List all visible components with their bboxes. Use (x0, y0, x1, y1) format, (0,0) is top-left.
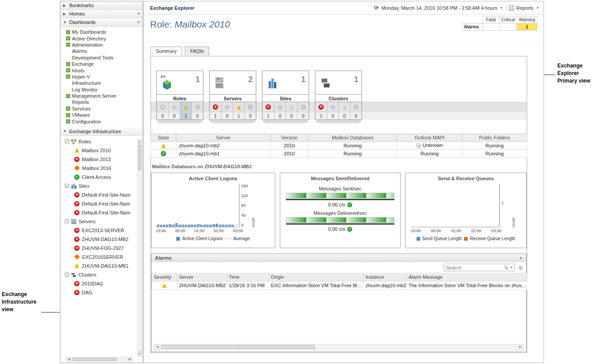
sites-warning-cell[interactable]: 0 (286, 102, 297, 119)
servers-normal-cell[interactable]: 0 (244, 102, 256, 119)
col-state[interactable]: State (151, 134, 176, 142)
roles-critical-cell[interactable]: 0 (168, 102, 180, 119)
clusters-critical-cell[interactable]: 0 (327, 102, 338, 119)
tree-item-site-3[interactable]: Default-First-Site-Nam (60, 208, 143, 217)
col-server[interactable]: Server (177, 273, 227, 281)
servers-fatal-cell[interactable]: 1 (210, 102, 221, 119)
expand-plus-icon[interactable]: + (66, 113, 70, 117)
expand-plus-icon[interactable]: + (66, 62, 70, 66)
col-server[interactable]: Server (176, 134, 270, 142)
sidebar-item-active-directory[interactable]: +Active Directory (60, 35, 143, 41)
tree-group-servers[interactable]: − Servers (60, 217, 143, 226)
sidebar-vertical-scrollbar[interactable]: ▲ ▼ (137, 139, 142, 356)
sidebar-item-infrastructure[interactable]: Infrastructure (60, 80, 143, 86)
sidebar-item-alarms[interactable]: Alarms (60, 48, 143, 54)
tree-item-2010dag[interactable]: 2010DAG (60, 279, 143, 288)
reports-caret-icon[interactable]: ▼ (536, 6, 539, 9)
column-options-icon[interactable]: ≣ (518, 265, 523, 271)
fatal-count[interactable] (482, 24, 499, 31)
expand-plus-icon[interactable]: + (66, 75, 70, 79)
tree-item-exc2016server[interactable]: EXC2016SERVER (60, 253, 143, 261)
scroll-right-icon[interactable]: ▶ (127, 357, 132, 361)
col-public-folders[interactable]: Public Folders (462, 134, 527, 142)
sidebar-section-homes[interactable]: ▶ Homes (60, 10, 143, 18)
tree-item-zhuvm-dag10-mb2[interactable]: ZHUVM-DAG10-MB2 (60, 235, 143, 244)
expand-plus-icon[interactable]: + (66, 119, 70, 123)
scrollbar-thumb[interactable] (138, 145, 141, 170)
tree-group-roles[interactable]: − Roles (60, 137, 143, 146)
tree-item-mailbox-2016[interactable]: Mailbox 2016 (60, 164, 143, 173)
col-severity[interactable]: Severity (152, 273, 177, 281)
warning-count[interactable]: 1 (517, 24, 537, 31)
col-time[interactable]: Time (227, 273, 269, 281)
col-alarm-message[interactable]: Alarm Message (407, 273, 527, 281)
sidebar-item-log-monitor[interactable]: Log Monitor (60, 87, 143, 93)
col-mailbox-databases[interactable]: Mailbox Databases (308, 134, 397, 142)
roles-normal-cell[interactable]: 0 (191, 102, 203, 119)
roles-fatal-cell[interactable]: 0 (157, 102, 168, 119)
filter-icon[interactable] (137, 21, 140, 24)
expand-plus-icon[interactable]: + (66, 43, 70, 47)
col-instance[interactable]: Instance (364, 273, 407, 281)
reports-button[interactable]: Reports (517, 5, 534, 11)
scroll-left-icon[interactable]: ◀ (67, 357, 72, 361)
col-version[interactable]: Version (270, 134, 308, 142)
clusters-warning-cell[interactable]: 0 (338, 102, 350, 119)
tree-item-mailbox-2013[interactable]: Mailbox 2013 (60, 155, 143, 164)
timerange-text[interactable]: Monday, March 14, 2016 10:58 PM - 2:58 A… (381, 5, 497, 11)
servers-warning-cell[interactable]: 1 (233, 102, 244, 119)
sidebar-section-exchange-infrastructure[interactable]: ▼ Exchange Infrastructure (60, 127, 143, 136)
servers-critical-cell[interactable]: 0 (221, 102, 233, 119)
tab-summary[interactable]: Summary (151, 47, 182, 56)
sidebar-item-services[interactable]: +Services (60, 106, 143, 112)
scroll-right-icon[interactable]: ▶ (517, 344, 523, 349)
sites-critical-cell[interactable]: 0 (274, 102, 286, 119)
sidebar-item-vmware[interactable]: +VMware (60, 112, 143, 118)
sidebar-item-administration[interactable]: +Administration (60, 42, 143, 48)
tree-item-exc2013-server[interactable]: EXC2013-SERVER (60, 226, 143, 235)
sites-tile[interactable]: 1 Sites 1 0 0 0 (262, 71, 309, 120)
collapse-minus-icon[interactable]: − (65, 219, 69, 223)
sites-fatal-cell[interactable]: 1 (262, 102, 274, 119)
sidebar-item-development-tools[interactable]: Development Tools (60, 55, 143, 61)
collapse-minus-icon[interactable]: − (65, 139, 69, 143)
tree-item-site-1[interactable]: Default-First-Site-Nam (60, 190, 143, 199)
collapse-icon[interactable]: ▲ (519, 256, 523, 260)
expand-plus-icon[interactable]: + (66, 107, 70, 111)
sidebar-section-dashboards[interactable]: ▼ Dashboards (60, 18, 143, 27)
sidebar-section-bookmarks[interactable]: ▶ Bookmarks (60, 1, 143, 10)
collapse-minus-icon[interactable]: − (65, 184, 69, 188)
sidebar-horizontal-scrollbar[interactable]: ◀ ▶ (66, 357, 133, 362)
sidebar-item-management-server[interactable]: +Management Server (60, 93, 143, 99)
tree-item-client-access[interactable]: Client Access (60, 173, 143, 182)
critical-count[interactable] (499, 24, 517, 31)
tree-item-dag[interactable]: DAG (60, 288, 143, 297)
table-row[interactable]: zhuvm-dag10-mb1 2010 Running Running Run… (151, 150, 527, 158)
roles-tile[interactable]: EX 1 Roles 0 0 1 0 (156, 71, 203, 120)
tree-group-sites[interactable]: − Sites (60, 182, 143, 190)
clusters-fatal-cell[interactable]: 1 (315, 102, 327, 119)
roles-warning-cell[interactable]: 1 (180, 102, 191, 119)
expand-plus-icon[interactable]: + (66, 30, 70, 34)
scroll-up-icon[interactable]: ▲ (138, 139, 142, 144)
tree-group-clusters[interactable]: − Clusters (60, 270, 143, 279)
filter-icon[interactable] (137, 13, 140, 15)
sidebar-item-exchange[interactable]: +Exchange (60, 61, 143, 67)
alarms-panel-header[interactable]: Alarms ▲ (151, 254, 526, 262)
expand-plus-icon[interactable]: + (66, 36, 70, 40)
scrollbar-thumb[interactable] (72, 358, 117, 361)
scroll-down-icon[interactable]: ▼ (138, 351, 142, 356)
search-options-caret-icon[interactable]: ▼ (510, 266, 513, 269)
alarms-horizontal-scrollbar[interactable]: ◀ ⋯ ▶ (154, 344, 524, 350)
tab-faqts[interactable]: FAQts (185, 47, 209, 55)
clusters-tile[interactable]: 1 Clusters 1 0 0 0 (315, 71, 362, 120)
scroll-left-icon[interactable]: ◀ (155, 344, 160, 349)
sites-normal-cell[interactable]: 0 (297, 102, 309, 119)
expand-plus-icon[interactable]: + (66, 68, 70, 72)
tree-item-zhuvm-fog-2927[interactable]: ZHUVM-FOG-2927 (60, 244, 143, 253)
scrollbar-thumb[interactable]: ⋯ (161, 345, 315, 349)
expand-plus-icon[interactable]: + (66, 94, 70, 98)
sidebar-item-my-dashboards[interactable]: +My Dashboards (60, 29, 143, 35)
col-outlook-mapi[interactable]: Outlook MAPI (397, 134, 462, 142)
sidebar-item-reports[interactable]: Reports (60, 99, 143, 105)
